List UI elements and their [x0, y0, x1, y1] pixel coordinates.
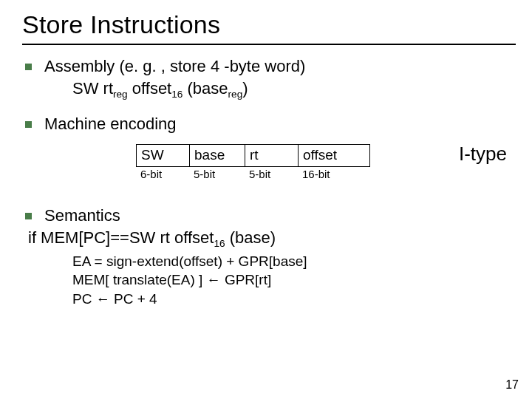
- sem-line-mem: MEM[ translate(EA) ] ← GPR[rt]: [72, 270, 516, 290]
- semantics-body: EA = sign-extend(offset) + GPR[base] MEM…: [72, 252, 516, 309]
- encoding-row: SW base rt offset 6-bit 5-bit 5-bit 16-b…: [136, 144, 516, 188]
- bullet-icon: [25, 121, 32, 128]
- assembly-syntax: SW rtreg offset16 (basereg): [25, 79, 516, 100]
- syntax-sub: reg: [113, 89, 128, 100]
- syntax-sub: reg: [228, 89, 243, 100]
- sem-line-ea: EA = sign-extend(offset) + GPR[base]: [72, 252, 516, 271]
- syntax-part: ): [242, 79, 248, 98]
- sem-text: (base): [225, 228, 276, 247]
- enc-bits-sw: 6-bit: [136, 167, 189, 180]
- page-title: Store Instructions: [22, 10, 516, 39]
- sem-sub: 16: [214, 239, 225, 250]
- bullet-text: Semantics: [44, 206, 120, 225]
- semantics-condition: if MEM[PC]==SW rt offset16 (base): [25, 228, 516, 249]
- bullet-icon: [25, 64, 32, 70]
- sem-text: if MEM[PC]==SW rt offset: [28, 228, 214, 247]
- enc-field-sw: SW: [136, 144, 189, 167]
- slide: Store Instructions Assembly (e. g. , sto…: [0, 0, 532, 399]
- enc-bits-rt: 5-bit: [245, 167, 298, 180]
- enc-field-offset: offset: [298, 144, 370, 167]
- syntax-sub: 16: [171, 89, 183, 100]
- sem-text: MEM[ translate(EA) ]: [72, 272, 207, 287]
- sem-text: GPR[rt]: [221, 272, 272, 287]
- syntax-part: SW rt: [72, 79, 113, 98]
- enc-field-rt: rt: [245, 144, 298, 167]
- enc-field-base: base: [189, 144, 245, 167]
- sem-text: PC + 4: [110, 291, 157, 307]
- bullet-encoding: Machine encoding: [25, 115, 516, 134]
- enc-bits-offset: 16-bit: [298, 167, 370, 180]
- i-type-label: I-type: [459, 143, 507, 166]
- bullet-text: Assembly (e. g. , store 4 -byte word): [44, 57, 305, 75]
- sem-line-pc: PC ← PC + 4: [72, 290, 516, 309]
- bullet-assembly: Assembly (e. g. , store 4 -byte word): [25, 57, 516, 76]
- enc-bits-base: 5-bit: [189, 167, 245, 180]
- left-arrow-icon: ←: [207, 272, 221, 287]
- page-number: 17: [505, 378, 519, 392]
- bullet-icon: [25, 213, 32, 219]
- encoding-bits: 6-bit 5-bit 5-bit 16-bit: [136, 167, 516, 180]
- bullet-text: Machine encoding: [44, 115, 177, 133]
- bullet-list: Assembly (e. g. , store 4 -byte word) SW…: [25, 57, 516, 309]
- title-rule: [22, 44, 516, 45]
- syntax-part: (base: [183, 79, 228, 98]
- left-arrow-icon: ←: [96, 291, 110, 307]
- bullet-semantics: Semantics: [25, 206, 516, 225]
- sem-text: PC: [72, 291, 96, 307]
- syntax-part: offset: [128, 79, 172, 98]
